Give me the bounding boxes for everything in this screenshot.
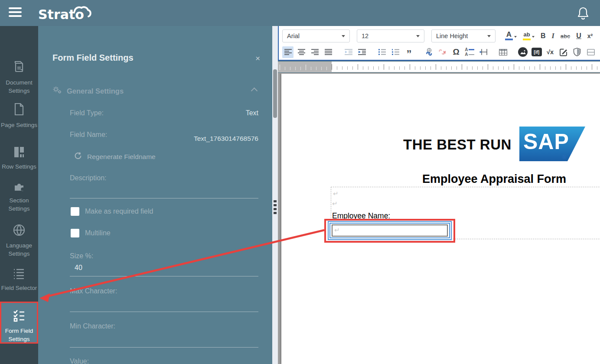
highlight-icon: ab [523, 32, 530, 38]
multiline-label: Multiline [85, 229, 111, 237]
field-name-row: Field Name: Text_1763014768576 [52, 131, 258, 139]
form-field-settings-panel: Form Field Settings × General Settings F… [38, 26, 272, 364]
sidebar-item-row-settings[interactable]: Row Settings [0, 146, 38, 171]
font-family-select[interactable]: Arial [282, 29, 350, 42]
chevron-down-icon [416, 35, 420, 37]
horizontal-spacing-button[interactable] [477, 46, 489, 58]
superscript-button[interactable]: x² [587, 32, 593, 39]
insert-image-button[interactable] [517, 46, 528, 58]
align-center-button[interactable] [296, 46, 307, 58]
description-input[interactable] [70, 198, 258, 198]
required-field-row: Make as required field [52, 207, 258, 216]
insert-link-button[interactable] [423, 46, 434, 58]
chevron-down-icon [514, 36, 517, 38]
employee-name-label: Employee Name: [332, 211, 390, 221]
chevron-down-icon [532, 36, 535, 38]
language-settings-globe-icon [0, 224, 38, 239]
line-height-select[interactable]: Line Height [431, 29, 496, 42]
field-selector-list-icon [0, 268, 38, 281]
panel-close-icon[interactable]: × [255, 54, 260, 63]
employee-name-input[interactable] [332, 224, 448, 237]
protect-shield-button[interactable] [571, 46, 583, 58]
sidebar-item-label: Document Settings [6, 79, 33, 94]
sidebar-item-label: Page Settings [1, 122, 37, 128]
paragraph-return-mark: ↵ [334, 226, 340, 234]
field-name-value: Text_1763014768576 [194, 135, 258, 143]
sidebar-item-page-settings[interactable]: Page Settings [0, 102, 38, 129]
header-footer-button[interactable] [585, 46, 597, 58]
font-family-value: Arial [287, 32, 300, 39]
size-input-value[interactable]: 40 [52, 264, 258, 272]
formula-button[interactable]: √x [545, 46, 556, 58]
panel-scrollbar-thumb[interactable] [273, 69, 277, 118]
size-input-underline [70, 276, 258, 276]
panel-resize-handle[interactable] [273, 200, 277, 216]
regenerate-fieldname-button[interactable]: Regenerate Fieldname [52, 152, 258, 162]
highlight-color-button[interactable]: ab [523, 32, 535, 40]
sidebar-item-language-settings[interactable]: Language Settings [0, 224, 38, 258]
required-checkbox[interactable] [71, 207, 79, 216]
min-character-input[interactable] [70, 347, 258, 348]
refresh-icon [74, 152, 82, 162]
sap-brand-text: THE BEST RUN [403, 136, 512, 153]
horizontal-ruler[interactable] [278, 62, 600, 72]
sidebar-item-field-selector[interactable]: Field Selector [0, 268, 38, 292]
topbar: Strato [0, 0, 600, 26]
font-color-button[interactable]: A [505, 32, 517, 40]
sap-logo-text: SAP [523, 130, 569, 154]
blockquote-button[interactable]: ” [403, 46, 414, 58]
collapse-chevron-icon[interactable] [251, 88, 258, 94]
sidebar-item-document-settings[interactable]: Document Settings [0, 60, 38, 95]
sidebar: Document Settings Page Settings Row Sett… [0, 26, 38, 364]
text-style-button[interactable]: A A [464, 46, 475, 58]
multiline-checkbox[interactable] [71, 229, 79, 237]
bullet-list-button[interactable] [376, 46, 388, 58]
special-character-button[interactable]: Ω [450, 46, 462, 58]
chevron-down-icon [342, 35, 345, 37]
field-type-row: Field Type: Text [52, 109, 258, 117]
sidebar-item-label: Field Selector [1, 285, 37, 291]
conditional-if-button[interactable]: [if] [531, 46, 542, 58]
sap-logo: SAP [519, 127, 585, 161]
italic-button[interactable]: I [552, 32, 554, 40]
max-character-input[interactable] [70, 312, 258, 312]
field-type-value: Text [246, 109, 258, 117]
field-selection-frame [328, 221, 452, 240]
form-field-settings-checklist-icon [1, 309, 37, 324]
align-right-button[interactable] [310, 46, 321, 58]
document-settings-icon [0, 60, 38, 76]
line-height-value: Line Height [436, 32, 468, 39]
field-type-label: Field Type: [70, 109, 104, 117]
sidebar-item-form-field-settings[interactable]: Form Field Settings [0, 302, 38, 344]
registered-trademark-symbol: ® [562, 154, 566, 160]
description-label: Description: [52, 174, 258, 182]
value-label: Value: [52, 358, 258, 364]
sidebar-item-label: Section Settings [9, 197, 30, 212]
min-character-label: Min Character: [52, 322, 258, 330]
align-justify-button[interactable] [323, 46, 334, 58]
font-size-select[interactable]: 12 [357, 29, 424, 42]
regenerate-fieldname-label: Regenerate Fieldname [87, 153, 156, 161]
underline-button[interactable]: U [576, 32, 581, 40]
strato-logo-text: Strato [38, 7, 84, 22]
edit-form-field-button[interactable] [558, 46, 569, 58]
cogs-icon [52, 86, 62, 96]
indent-button[interactable] [356, 46, 368, 58]
font-size-value: 12 [362, 32, 368, 39]
bold-button[interactable]: B [541, 32, 546, 40]
document-page[interactable]: THE BEST RUN SAP ® Employee Appraisal Fo… [281, 74, 600, 364]
align-left-button[interactable] [282, 46, 293, 58]
sidebar-item-section-settings[interactable]: Section Settings [0, 179, 38, 213]
numbered-list-button[interactable] [390, 46, 401, 58]
document-title: Employee Appraisal Form [351, 172, 600, 186]
field-name-label: Field Name: [70, 131, 107, 139]
hamburger-menu-icon[interactable] [9, 7, 22, 19]
font-color-icon: A [506, 32, 512, 38]
general-settings-header[interactable]: General Settings [52, 86, 258, 96]
outdent-button[interactable] [343, 46, 354, 58]
unlink-button[interactable] [437, 46, 448, 58]
insert-table-button[interactable] [497, 46, 509, 58]
strikethrough-button[interactable]: abc [561, 33, 570, 39]
notification-bell-icon[interactable] [577, 6, 589, 21]
page-settings-icon [0, 102, 38, 118]
